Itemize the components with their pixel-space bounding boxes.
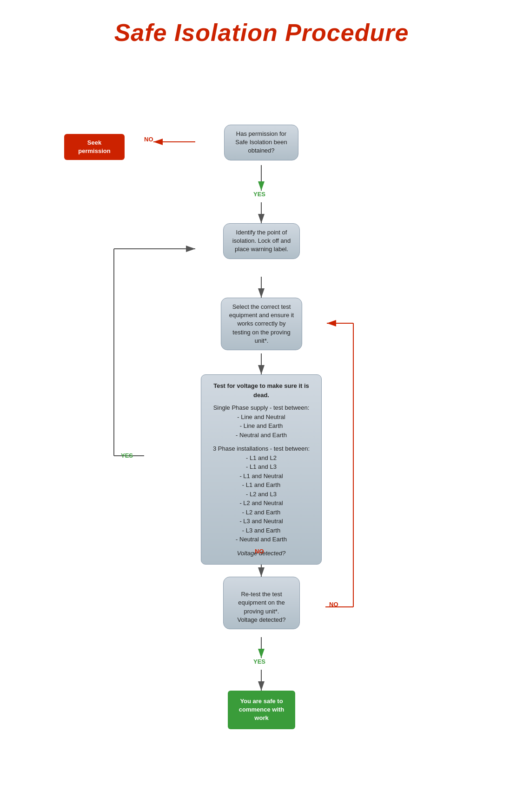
yes-label-retest: YES xyxy=(253,658,265,665)
no-label-permission: NO xyxy=(144,136,153,143)
select-equipment-node: Select the correct test equipment and en… xyxy=(221,298,302,350)
permission-question-node: Has permission for Safe Isolation been o… xyxy=(224,125,298,160)
test-voltage-title: Test for voltage to make sure it is dead… xyxy=(210,381,313,399)
test-voltage-3phase: 3 Phase installations - test between: - … xyxy=(210,444,313,544)
test-voltage-node: Test for voltage to make sure it is dead… xyxy=(201,374,322,565)
identify-isolation-node: Identify the point of isolation. Lock of… xyxy=(223,223,300,259)
yes-label-permission: YES xyxy=(253,191,265,198)
safe-to-work-node: You are safe to commence with work xyxy=(228,691,295,729)
no-label-retest: NO xyxy=(329,601,338,608)
yes-label-test-voltage: YES xyxy=(121,452,133,459)
retest-node: Re-test the test equipment on the provin… xyxy=(223,577,300,629)
no-label-test-voltage: NO xyxy=(255,548,264,555)
test-voltage-single: Single Phase supply - test between: - Li… xyxy=(210,403,313,439)
seek-permission-node: Seek permission xyxy=(64,134,125,160)
page-title: Safe Isolation Procedure xyxy=(0,0,523,56)
